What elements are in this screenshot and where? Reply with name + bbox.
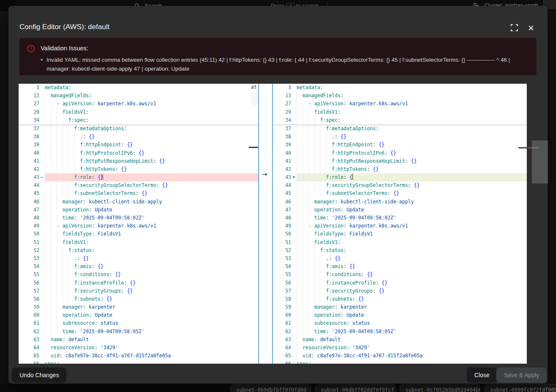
code-line: 37f:metadataOptions: xyxy=(19,125,258,133)
line-number: 13 xyxy=(273,92,291,100)
fold-widget: at xyxy=(251,84,258,106)
code-line: 46manager: kubectl-client-side-apply xyxy=(19,198,258,206)
code-line: 51fieldsV1: xyxy=(273,238,527,247)
undo-changes-button[interactable]: Undo Changes xyxy=(12,367,66,383)
line-number: 51 xyxy=(19,238,39,247)
code-line: 44f:securityGroupSelectorTerms: {} xyxy=(19,181,258,189)
code-lines-modified: 37f:metadataOptions:38.: {}39f:httpEndpo… xyxy=(273,125,527,364)
line-number: 52 xyxy=(273,247,291,255)
code-line: 60operation: Update xyxy=(273,311,527,319)
code-line: 52f:status: xyxy=(273,247,527,255)
line-number: 45 xyxy=(19,189,39,197)
code-line: 48time: '2025-09-04T09:58:02Z' xyxy=(273,214,527,222)
alert-title: Validation Issues: xyxy=(41,45,88,52)
line-number: 37 xyxy=(19,125,39,133)
code-line: 40f:httpProtocolIPv6: {} xyxy=(19,149,258,157)
code-line: 29fieldsV1: xyxy=(273,108,527,116)
line-number: 46 xyxy=(273,198,291,206)
code-line: 53.: {} xyxy=(19,255,258,263)
subnet-chip: subnet-0099fc0f2fdf0053 xyxy=(484,384,556,392)
line-number: 60 xyxy=(273,311,291,319)
line-number: 13 xyxy=(19,92,39,100)
line-number: 53 xyxy=(273,255,291,263)
code-line: 41f:httpPutResponseHopLimit: {} xyxy=(19,157,258,165)
line-number: 47 xyxy=(19,206,39,214)
line-number: 48 xyxy=(273,214,291,222)
code-line: 34f:spec: xyxy=(273,116,527,124)
bullet-icon: • xyxy=(41,55,43,64)
line-number: 61 xyxy=(273,319,291,327)
code-line: 41f:httpPutResponseHopLimit: {} xyxy=(273,157,527,165)
scrollbar-slider[interactable] xyxy=(532,140,548,184)
line-number: 56 xyxy=(19,279,39,287)
code-line: 37f:metadataOptions: xyxy=(273,125,527,133)
line-number: 38 xyxy=(19,133,39,141)
background-table-strip: subnet-0b9dbfbff9f0fd0d subnet-00dbff02d… xyxy=(0,384,556,392)
code-line: 38.: {} xyxy=(273,133,527,141)
line-number: 65 xyxy=(19,352,39,360)
code-line: 29fieldsV1: xyxy=(19,108,258,116)
line-number: 43 xyxy=(273,173,291,181)
line-number: 39 xyxy=(19,141,39,149)
code-line: 59manager: karpenter xyxy=(19,303,258,311)
code-line: 64resourceVersion: '3429' xyxy=(273,344,527,352)
code-line: 43+f:role: { xyxy=(273,173,527,181)
expand-button[interactable] xyxy=(509,23,520,34)
alert-message: • Invalid YAML: missed comma between flo… xyxy=(47,55,529,73)
line-number: 44 xyxy=(273,181,291,189)
code-line: 27- apiVersion: karpenter.k8s.aws/v1 xyxy=(19,100,258,108)
subnet-chip: subnet-00dbff02ddf0f0fcf xyxy=(315,384,396,392)
code-line: 63name: default xyxy=(19,336,258,344)
line-number: 59 xyxy=(19,303,39,311)
diff-pane-modified[interactable]: 3metadata:13managedFields:27- apiVersion… xyxy=(273,84,527,364)
close-button[interactable]: ✕ xyxy=(526,23,537,34)
line-number: 51 xyxy=(273,238,291,247)
line-number: 3 xyxy=(19,84,39,92)
code-line: 46manager: kubectl-client-side-apply xyxy=(273,198,527,206)
line-number: 58 xyxy=(19,295,39,303)
code-line: 58f:subnets: {} xyxy=(19,295,258,303)
code-line: 47operation: Update xyxy=(273,206,527,214)
config-editor-modal: Config Editor (AWS): default ✕ ! Validat… xyxy=(8,6,548,384)
line-number: 37 xyxy=(273,125,291,133)
code-line: 13managedFields: xyxy=(273,92,527,100)
code-line: 45f:subnetSelectorTerms: {} xyxy=(273,189,527,197)
line-number: 27 xyxy=(19,100,39,108)
code-line: 3metadata: xyxy=(273,84,527,92)
line-number: 55 xyxy=(19,271,39,279)
code-line: 61subresource: status xyxy=(19,319,258,327)
code-line: 49- apiVersion: karpenter.k8s.aws/v1 xyxy=(273,222,527,230)
code-line: 57f:securityGroups: {} xyxy=(273,287,527,295)
code-line: 65uid: c8afe97e-38cc-4f91-a767-d15f2a8fe… xyxy=(19,352,258,360)
line-number: 66 xyxy=(19,360,39,364)
line-number: 57 xyxy=(19,287,39,295)
code-line: 3metadata: xyxy=(19,84,258,92)
yaml-diff-editor[interactable]: 3metadata:13managedFields:27- apiVersion… xyxy=(19,84,527,364)
line-number: 54 xyxy=(273,263,291,271)
save-apply-button[interactable]: Save & Apply xyxy=(496,367,547,383)
diff-pane-original[interactable]: 3metadata:13managedFields:27- apiVersion… xyxy=(19,84,258,364)
code-line: 39f:httpEndpoint: {} xyxy=(19,141,258,149)
close-footer-button[interactable]: Close xyxy=(467,367,497,383)
code-line: 58f:subnets: {} xyxy=(273,295,527,303)
line-number: 65 xyxy=(273,352,291,360)
line-number: 46 xyxy=(19,198,39,206)
code-line: 50fieldsType: FieldsV1 xyxy=(273,230,527,238)
line-number: 61 xyxy=(19,319,39,327)
code-line: 54f:amis: {} xyxy=(273,263,527,271)
validation-alert: ! Validation Issues: • Invalid YAML: mis… xyxy=(19,38,537,75)
revert-change-button[interactable]: → xyxy=(262,170,267,178)
app-screen: Search Press/to search Cluster: anirban-… xyxy=(0,0,556,392)
line-number: 44 xyxy=(19,181,39,189)
code-lines-original: 37f:metadataOptions:38.: {}39f:httpEndpo… xyxy=(19,125,258,364)
line-number: 42 xyxy=(19,165,39,173)
code-line: 13managedFields: xyxy=(19,92,258,100)
line-number: 40 xyxy=(19,149,39,157)
code-line: 27- apiVersion: karpenter.k8s.aws/v1 xyxy=(273,100,527,108)
line-number: 45 xyxy=(273,189,291,197)
diff-center-gutter: → xyxy=(258,84,273,364)
code-line: 51fieldsV1: xyxy=(19,238,258,247)
line-number: 63 xyxy=(19,336,39,344)
line-number: 64 xyxy=(273,344,291,352)
code-line: 49- apiVersion: karpenter.k8s.aws/v1 xyxy=(19,222,258,230)
